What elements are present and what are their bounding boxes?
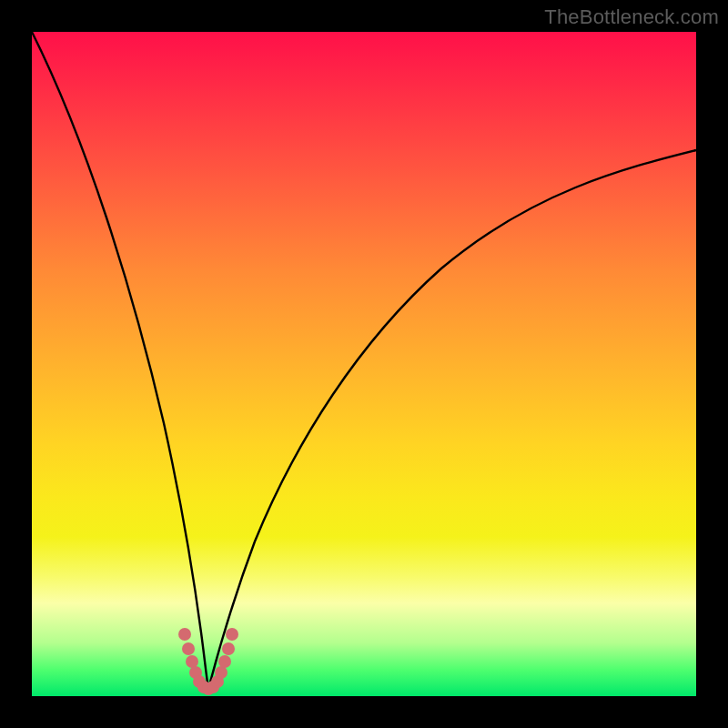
chart-svg	[32, 32, 696, 696]
svg-point-11	[222, 642, 235, 655]
outer-frame: TheBottleneck.com	[0, 0, 728, 728]
plot-area	[32, 32, 696, 696]
curve-left-branch	[32, 32, 208, 689]
svg-point-2	[186, 655, 198, 668]
watermark-text: TheBottleneck.com	[544, 5, 719, 29]
svg-point-10	[218, 655, 231, 668]
svg-point-0	[178, 628, 191, 641]
minimum-marker-cluster	[178, 628, 238, 695]
svg-point-1	[182, 642, 195, 655]
svg-point-9	[215, 666, 228, 679]
svg-point-12	[226, 628, 238, 641]
curve-right-branch	[208, 150, 696, 689]
